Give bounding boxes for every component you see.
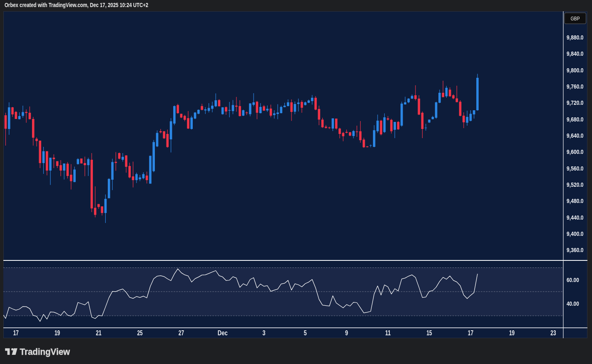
- svg-text:9,760.0: 9,760.0: [567, 83, 584, 90]
- svg-text:TradingView: TradingView: [20, 347, 70, 357]
- svg-text:9: 9: [345, 329, 348, 337]
- svg-text:60.00: 60.00: [567, 277, 579, 283]
- svg-text:GBP: GBP: [571, 15, 580, 22]
- svg-text:21: 21: [96, 329, 101, 337]
- svg-text:23: 23: [550, 329, 556, 337]
- svg-text:9,400.0: 9,400.0: [567, 230, 584, 237]
- svg-text:9,640.0: 9,640.0: [567, 132, 584, 139]
- svg-text:11: 11: [385, 329, 391, 337]
- svg-text:9,800.0: 9,800.0: [567, 67, 584, 74]
- svg-text:17: 17: [468, 329, 473, 337]
- svg-text:9,680.0: 9,680.0: [567, 116, 584, 123]
- svg-text:27: 27: [179, 329, 184, 337]
- svg-text:5: 5: [304, 329, 307, 337]
- svg-text:3: 3: [263, 329, 266, 337]
- svg-text:9,520.0: 9,520.0: [567, 181, 584, 188]
- svg-text:Dec: Dec: [218, 329, 228, 337]
- svg-text:25: 25: [137, 329, 143, 337]
- svg-text:19: 19: [509, 329, 515, 337]
- svg-text:9,440.0: 9,440.0: [567, 214, 584, 221]
- svg-text:19: 19: [55, 329, 60, 337]
- svg-text:17: 17: [13, 329, 19, 337]
- svg-text:9,360.0: 9,360.0: [567, 247, 584, 253]
- svg-text:9,480.0: 9,480.0: [567, 198, 584, 204]
- svg-text:9,720.0: 9,720.0: [567, 99, 584, 106]
- svg-text:9,600.0: 9,600.0: [567, 149, 584, 155]
- svg-text:40.00: 40.00: [567, 300, 579, 307]
- svg-text:9,840.0: 9,840.0: [567, 50, 584, 57]
- svg-text:9,560.0: 9,560.0: [567, 165, 584, 172]
- svg-text:15: 15: [427, 329, 432, 337]
- svg-text:9,880.0: 9,880.0: [567, 34, 584, 41]
